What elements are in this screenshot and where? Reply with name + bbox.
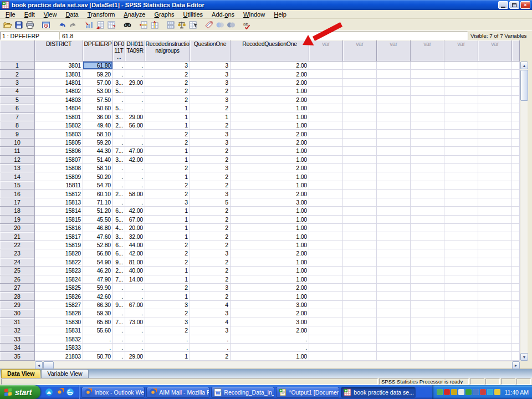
data-cell[interactable]: 58.10 — [83, 164, 113, 172]
empty-cell[interactable] — [444, 267, 478, 275]
empty-cell[interactable] — [343, 335, 377, 344]
red-badge-icon[interactable] — [480, 389, 486, 395]
empty-cell[interactable] — [411, 130, 444, 138]
data-cell[interactable]: 2 — [190, 181, 231, 190]
row-number[interactable]: 12 — [0, 156, 35, 164]
row-number[interactable]: 20 — [0, 224, 35, 232]
data-cell[interactable]: 2 — [190, 87, 231, 95]
empty-cell[interactable] — [309, 70, 343, 78]
data-cell[interactable]: 42.00 — [125, 156, 145, 164]
empty-cell[interactable] — [478, 198, 512, 207]
empty-cell[interactable] — [343, 147, 377, 155]
data-cell[interactable]: 53.00 — [83, 87, 113, 95]
green-check-icon[interactable] — [466, 389, 472, 395]
empty-cell[interactable] — [377, 352, 411, 360]
menu-graphs[interactable]: Graphs — [150, 11, 178, 18]
empty-cell[interactable] — [478, 224, 512, 232]
data-cell[interactable]: 1.00 — [231, 172, 309, 181]
data-cell[interactable]: 15815 — [35, 216, 83, 224]
close-button[interactable]: × — [520, 1, 530, 9]
data-cell[interactable]: 59.30 — [83, 309, 113, 318]
data-cell[interactable]: 2 — [145, 181, 190, 190]
data-cell[interactable]: 3 — [190, 62, 231, 70]
insert-cases-icon[interactable] — [138, 19, 149, 30]
empty-cell[interactable] — [411, 113, 444, 121]
empty-cell[interactable] — [478, 156, 512, 164]
column-header-var[interactable]: var — [343, 40, 377, 62]
data-cell[interactable]: 15809 — [35, 172, 83, 181]
empty-cell[interactable] — [309, 139, 343, 147]
data-cell[interactable]: 15822 — [35, 258, 83, 267]
empty-cell[interactable] — [444, 216, 478, 224]
empty-cell[interactable] — [444, 232, 478, 241]
empty-cell[interactable] — [411, 326, 444, 335]
empty-cell[interactable] — [377, 104, 411, 112]
empty-cell[interactable] — [478, 207, 512, 215]
data-cell[interactable]: 14802 — [35, 87, 83, 95]
row-number[interactable]: 9 — [0, 130, 35, 138]
row-number[interactable]: 32 — [0, 326, 35, 335]
data-cell[interactable]: 15830 — [35, 318, 83, 326]
data-cell[interactable]: . — [125, 309, 145, 318]
empty-cell[interactable] — [411, 96, 444, 104]
data-cell[interactable]: 60.10 — [83, 190, 113, 198]
empty-cell[interactable] — [309, 335, 343, 344]
data-cell[interactable]: 15819 — [35, 241, 83, 249]
data-cell[interactable]: 2 — [145, 79, 190, 87]
data-cell[interactable]: 47.00 — [125, 147, 145, 155]
empty-cell[interactable] — [309, 352, 343, 360]
data-cell[interactable]: 15831 — [35, 326, 83, 335]
row-number[interactable]: 24 — [0, 258, 35, 267]
data-cell[interactable]: 2 — [145, 96, 190, 104]
horizontal-scrollbar[interactable]: ◄ ► — [35, 361, 520, 369]
empty-cell[interactable] — [343, 130, 377, 138]
data-cell[interactable]: 2 — [145, 309, 190, 318]
empty-cell[interactable] — [309, 301, 343, 309]
empty-cell[interactable] — [444, 156, 478, 164]
data-cell[interactable]: 15828 — [35, 309, 83, 318]
row-number[interactable]: 21 — [0, 232, 35, 241]
data-cell[interactable]: . — [125, 139, 145, 147]
data-cell[interactable]: 3... — [113, 156, 125, 164]
data-cell[interactable]: 1 — [145, 104, 190, 112]
data-cell[interactable]: . — [113, 198, 125, 207]
column-header-dh011ta09r[interactable]: DH011 TA09R — [125, 40, 145, 62]
empty-cell[interactable] — [309, 147, 343, 155]
data-cell[interactable]: 6... — [113, 249, 125, 258]
data-cell[interactable]: 1.00 — [231, 224, 309, 232]
data-cell[interactable]: 49.40 — [83, 121, 113, 130]
data-cell[interactable]: . — [113, 139, 125, 147]
data-cell[interactable]: . — [113, 284, 125, 292]
vertical-scrollbar[interactable]: ▲ ▼ — [520, 62, 528, 361]
data-cell[interactable]: . — [113, 164, 125, 172]
menu-data[interactable]: Data — [61, 11, 83, 18]
menu-edit[interactable]: Edit — [20, 11, 39, 18]
data-cell[interactable]: 14801 — [35, 79, 83, 87]
data-cell[interactable]: 3.00 — [231, 301, 309, 309]
row-number[interactable]: 10 — [0, 139, 35, 147]
empty-cell[interactable] — [377, 216, 411, 224]
data-cell[interactable]: . — [83, 335, 113, 344]
empty-cell[interactable] — [377, 164, 411, 172]
data-cell[interactable]: 5... — [113, 104, 125, 112]
empty-cell[interactable] — [411, 344, 444, 352]
row-number[interactable]: 15 — [0, 181, 35, 190]
empty-cell[interactable] — [343, 113, 377, 121]
data-cell[interactable]: 1.00 — [231, 207, 309, 215]
empty-cell[interactable] — [343, 70, 377, 78]
data-cell[interactable]: 6... — [113, 207, 125, 215]
empty-cell[interactable] — [343, 241, 377, 249]
empty-cell[interactable] — [377, 326, 411, 335]
data-cell[interactable]: 42.60 — [83, 292, 113, 300]
empty-cell[interactable] — [309, 292, 343, 300]
empty-cell[interactable] — [377, 79, 411, 87]
empty-cell[interactable] — [411, 139, 444, 147]
empty-cell[interactable] — [309, 275, 343, 284]
data-cell[interactable]: 2.00 — [231, 70, 309, 78]
data-cell[interactable]: 73.00 — [125, 318, 145, 326]
row-number[interactable]: 1 — [0, 62, 35, 70]
data-cell[interactable]: 59.90 — [83, 284, 113, 292]
empty-cell[interactable] — [411, 301, 444, 309]
empty-cell[interactable] — [377, 113, 411, 121]
network-icon[interactable] — [487, 389, 493, 395]
